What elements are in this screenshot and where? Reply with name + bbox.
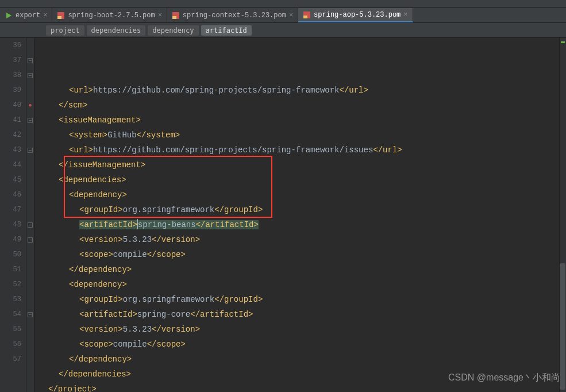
fold-marker[interactable] (26, 143, 34, 157)
xml-tag: <scope> (79, 250, 113, 259)
fold-marker[interactable] (26, 68, 34, 83)
close-icon[interactable]: × (158, 12, 162, 19)
xml-tag: <scope> (79, 340, 113, 349)
xml-tag: </version> (152, 235, 200, 244)
line-number[interactable]: 47 (0, 202, 21, 217)
code-line[interactable]: <dependencies> (38, 172, 566, 187)
svg-rect-4 (172, 16, 176, 19)
breadcrumb-item[interactable]: dependencies (87, 25, 146, 36)
fold-marker (26, 128, 34, 143)
line-number[interactable]: 46 (0, 187, 21, 202)
path-breadcrumb-bar (0, 0, 566, 8)
xml-text: 5.3.23 (123, 325, 152, 334)
line-number[interactable]: 51 (0, 262, 21, 277)
code-line[interactable]: <dependency> (38, 277, 566, 292)
xml-tag: </dependencies> (59, 370, 131, 379)
xml-tag: <system> (69, 130, 107, 140)
xml-tag: <artifactId> (79, 220, 137, 229)
code-line[interactable]: </project> (38, 382, 566, 392)
code-line[interactable]: </scm> (38, 98, 566, 113)
scrollbar-thumb[interactable] (560, 263, 565, 390)
code-line[interactable]: </dependency> (38, 352, 566, 367)
line-number[interactable]: 54 (0, 307, 21, 322)
code-content[interactable]: <url>https://github.com/spring-projects/… (34, 38, 566, 392)
fold-gutter[interactable]: ● (26, 38, 34, 392)
line-number[interactable]: 55 (0, 322, 21, 337)
xml-tag: <artifactId> (79, 310, 137, 319)
editor-area[interactable]: 3637383940414243444546474849505152535455… (0, 38, 566, 392)
line-number[interactable]: 56 (0, 337, 21, 352)
fold-marker (26, 262, 34, 277)
line-number[interactable]: 42 (0, 128, 21, 143)
fold-marker[interactable] (26, 307, 34, 322)
fold-marker[interactable] (26, 217, 34, 232)
code-line[interactable]: <artifactId>spring-core</artifactId> (38, 307, 566, 322)
line-number[interactable]: 49 (0, 232, 21, 247)
editor-tab[interactable]: spring-context-5.3.23.pom× (167, 8, 298, 22)
fold-marker[interactable] (26, 53, 34, 68)
xml-tag: <groupId> (79, 205, 123, 214)
fold-marker (26, 277, 34, 292)
xml-text: GitHub (107, 130, 136, 140)
editor-tab[interactable]: export× (0, 8, 52, 22)
code-line[interactable]: <dependency> (38, 187, 566, 202)
line-number[interactable]: 44 (0, 157, 21, 172)
xml-tag: <version> (79, 325, 123, 334)
code-line[interactable]: <url>https://github.com/spring-projects/… (38, 83, 566, 98)
line-number[interactable]: 57 (0, 352, 21, 367)
error-stripe-mark[interactable] (561, 41, 565, 43)
line-number[interactable]: 45 (0, 172, 21, 187)
fold-marker (26, 337, 34, 352)
code-line[interactable]: <url>https://github.com/spring-projects/… (38, 143, 566, 157)
code-line[interactable]: </issueManagement> (38, 157, 566, 172)
xml-text: compile (113, 250, 147, 259)
code-line[interactable]: <issueManagement> (38, 113, 566, 128)
code-line[interactable]: <system>GitHub</system> (38, 128, 566, 143)
svg-rect-6 (303, 16, 307, 18)
error-stripe[interactable] (559, 38, 566, 392)
fold-marker[interactable] (26, 113, 34, 128)
code-line[interactable]: </dependency> (38, 262, 566, 277)
fold-marker (26, 202, 34, 217)
breadcrumb-item[interactable]: artifactId (201, 25, 252, 36)
code-line[interactable]: <version>5.3.23</version> (38, 322, 566, 337)
line-number[interactable]: 53 (0, 292, 21, 307)
code-line[interactable]: <version>5.3.23</version> (38, 232, 566, 247)
close-icon[interactable]: × (43, 12, 47, 19)
code-line[interactable]: <artifactId>spring-beans</artifactId> (38, 217, 566, 232)
line-number[interactable]: 50 (0, 247, 21, 262)
close-icon[interactable]: × (289, 12, 293, 19)
line-number[interactable]: 37 (0, 53, 21, 68)
breadcrumb-item[interactable]: project (46, 25, 84, 36)
line-number[interactable]: 38 (0, 68, 21, 83)
code-line[interactable]: <groupId>org.springframework</groupId> (38, 202, 566, 217)
xml-text: spring-core (137, 310, 190, 319)
xml-text: compile (113, 340, 147, 349)
fold-marker (26, 292, 34, 307)
line-number[interactable]: 43 (0, 143, 21, 157)
fold-marker (26, 38, 34, 53)
line-number[interactable]: 41 (0, 113, 21, 128)
line-number-gutter[interactable]: 3637383940414243444546474849505152535455… (0, 38, 26, 392)
code-line[interactable]: <scope>compile</scope> (38, 247, 566, 262)
line-number[interactable]: 39 (0, 83, 21, 98)
xml-tag: </artifactId> (190, 310, 253, 319)
line-number[interactable]: 48 (0, 217, 21, 232)
xml-tag: </issueManagement> (59, 160, 145, 170)
xml-tag: <dependency> (69, 190, 127, 199)
line-number[interactable]: 52 (0, 277, 21, 292)
xml-tag: </system> (137, 130, 180, 140)
code-line[interactable]: <scope>compile</scope> (38, 337, 566, 352)
line-number[interactable]: 36 (0, 38, 21, 53)
breadcrumb-item[interactable]: dependency (148, 25, 198, 36)
tab-label: export (16, 11, 40, 20)
close-icon[interactable]: × (403, 11, 407, 18)
editor-tab[interactable]: spring-aop-5.3.23.pom× (298, 8, 413, 22)
code-line[interactable]: </dependencies> (38, 367, 566, 382)
fold-marker[interactable] (26, 232, 34, 247)
editor-tab[interactable]: spring-boot-2.7.5.pom× (52, 8, 167, 22)
xml-tag: <dependency> (69, 280, 127, 289)
code-line[interactable]: <groupId>org.springframework</groupId> (38, 292, 566, 307)
fold-marker (26, 352, 34, 367)
line-number[interactable]: 40 (0, 98, 21, 113)
